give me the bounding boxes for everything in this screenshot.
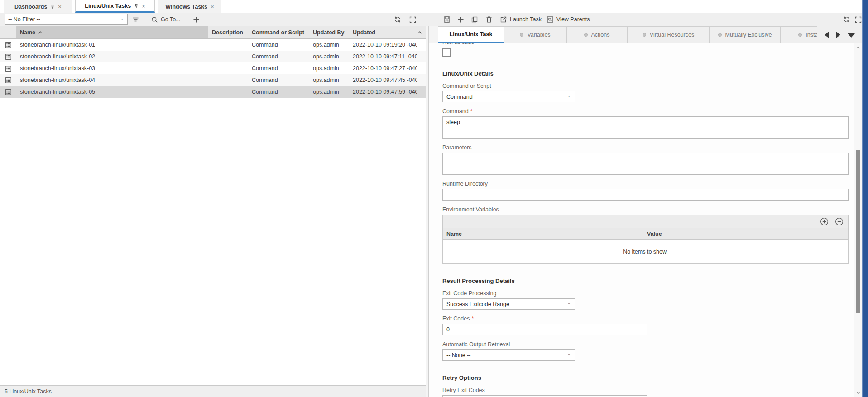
close-icon[interactable] xyxy=(58,4,62,10)
detail-tab-actions[interactable]: Actions xyxy=(566,26,627,43)
task-updated-by: ops.admin xyxy=(309,77,349,83)
scroll-up-icon[interactable] xyxy=(854,43,862,52)
section-result-processing: Result Processing Details xyxy=(442,277,849,284)
task-name: stonebranch-linux/unixtask-02 xyxy=(16,53,208,60)
save-icon xyxy=(443,16,451,23)
task-details-icon xyxy=(5,77,11,83)
plus-icon xyxy=(457,16,464,23)
search-icon xyxy=(151,16,158,23)
task-updated: 2022-10-10 09:47:27 -0400 xyxy=(349,65,417,72)
column-header-command-or-script[interactable]: Command or Script xyxy=(248,26,309,38)
detail-tab-variables[interactable]: Variables xyxy=(504,26,566,43)
task-detail-form: Run as sudo Linux/Unix Details Command o… xyxy=(429,43,854,397)
expand-icon xyxy=(855,16,862,23)
parameters-textarea[interactable] xyxy=(442,153,849,175)
window-tab-linux-unix-tasks[interactable]: Linux/Unix Tasks xyxy=(75,0,155,13)
tab-status-dot xyxy=(798,33,802,37)
chevron-down-icon xyxy=(567,353,571,358)
copy-icon xyxy=(471,16,478,23)
command-label: Command xyxy=(442,108,849,115)
maximize-list-button[interactable] xyxy=(408,15,418,24)
window-tab-label: Windows Tasks xyxy=(165,4,207,10)
task-name: stonebranch-linux/unixtask-04 xyxy=(16,77,208,83)
delete-button[interactable] xyxy=(484,15,494,24)
task-command-or-script: Command xyxy=(248,89,309,95)
exit-code-processing-select[interactable]: Success Exitcode Range xyxy=(442,298,575,310)
table-row[interactable]: stonebranch-linux/unixtask-03 Command op… xyxy=(0,62,426,74)
command-or-script-value: Command xyxy=(446,94,473,100)
tab-scroll-right-icon[interactable] xyxy=(836,32,840,38)
env-table-empty-state: No items to show. xyxy=(443,240,848,263)
environment-variables-label: Environment Variables xyxy=(442,206,849,213)
task-updated: 2022-10-10 09:47:11 -0400 xyxy=(349,53,417,60)
detail-tab-virtual-resources[interactable]: Virtual Resources xyxy=(627,26,710,43)
task-updated: 2022-10-10 09:47:59 -0400 xyxy=(349,89,417,95)
pin-icon[interactable] xyxy=(50,5,55,9)
new-task-button[interactable] xyxy=(191,15,201,24)
launch-task-label: Launch Task xyxy=(510,16,542,23)
command-or-script-select[interactable]: Command xyxy=(442,91,575,102)
add-button[interactable] xyxy=(456,15,466,24)
window-tab-dashboards[interactable]: Dashboards xyxy=(4,0,72,13)
runtime-directory-input[interactable] xyxy=(442,189,849,201)
task-details-icon xyxy=(5,42,11,48)
view-parents-button[interactable]: View Parents xyxy=(545,15,591,24)
run-as-sudo-checkbox[interactable] xyxy=(442,48,451,57)
column-header-description[interactable]: Description xyxy=(208,26,248,38)
copy-button[interactable] xyxy=(469,15,480,24)
exit-codes-input[interactable] xyxy=(442,324,647,335)
refresh-list-button[interactable] xyxy=(392,15,403,24)
view-parents-icon xyxy=(547,16,554,23)
env-column-value[interactable]: Value xyxy=(643,231,662,237)
detail-tab-bar: Linux/Unix Task Variables Actions Virtua… xyxy=(429,26,862,43)
header-icon-column[interactable] xyxy=(0,26,16,38)
task-updated-by: ops.admin xyxy=(309,53,349,60)
sort-ascending-icon xyxy=(38,31,43,34)
detail-scrollbar[interactable] xyxy=(854,43,862,397)
tab-scroll-left-icon[interactable] xyxy=(825,32,829,38)
collapse-header-button[interactable] xyxy=(417,26,426,38)
parameters-label: Parameters xyxy=(442,144,849,151)
table-row[interactable]: stonebranch-linux/unixtask-02 Command op… xyxy=(0,51,426,62)
column-header-updated-by[interactable]: Updated By xyxy=(309,26,349,38)
remove-variable-icon[interactable] xyxy=(835,217,844,226)
scrollbar-thumb[interactable] xyxy=(856,150,860,313)
filter-icon xyxy=(132,16,139,23)
detail-tab-linux-unix-task[interactable]: Linux/Unix Task xyxy=(438,26,504,43)
scroll-down-icon[interactable] xyxy=(854,389,862,397)
chevron-down-icon xyxy=(567,94,571,99)
window-tab-windows-tasks[interactable]: Windows Tasks xyxy=(158,0,221,13)
pin-icon[interactable] xyxy=(134,4,139,8)
window-tab-label: Dashboards xyxy=(14,4,47,10)
close-icon[interactable] xyxy=(142,3,145,9)
refresh-detail-button[interactable] xyxy=(841,15,852,24)
task-rows: stonebranch-linux/unixtask-01 Command op… xyxy=(0,39,426,98)
column-header-name[interactable]: Name xyxy=(16,26,208,38)
task-list-panel: Name Description Command or Script Updat… xyxy=(0,26,426,397)
table-row[interactable]: stonebranch-linux/unixtask-01 Command op… xyxy=(0,39,426,51)
env-column-name[interactable]: Name xyxy=(443,231,643,237)
add-variable-icon[interactable] xyxy=(820,217,829,226)
launch-task-button[interactable]: Launch Task xyxy=(498,15,543,24)
tab-list-dropdown-icon[interactable] xyxy=(848,33,855,38)
run-as-sudo-label: Run as sudo xyxy=(442,43,849,46)
column-header-updated[interactable]: Updated xyxy=(349,26,417,38)
table-row-selected[interactable]: stonebranch-linux/unixtask-05 Command op… xyxy=(0,86,426,98)
save-button[interactable] xyxy=(441,15,452,24)
close-icon[interactable] xyxy=(211,4,214,10)
table-row[interactable]: stonebranch-linux/unixtask-04 Command op… xyxy=(0,74,426,86)
goto-label: Go To... xyxy=(161,16,181,23)
goto-button[interactable]: Go To... xyxy=(149,15,182,24)
view-parents-label: View Parents xyxy=(556,16,590,23)
chevron-up-icon xyxy=(417,31,422,34)
task-name: stonebranch-linux/unixtask-03 xyxy=(16,65,208,72)
retry-exit-codes-input[interactable] xyxy=(442,395,647,397)
detail-tab-mutually-exclusive[interactable]: Mutually Exclusive xyxy=(710,26,780,43)
task-details-icon xyxy=(5,89,11,95)
filter-settings-button[interactable] xyxy=(130,15,141,24)
filter-select[interactable]: -- No Filter -- xyxy=(5,14,128,25)
retry-exit-codes-label: Retry Exit Codes xyxy=(442,387,849,394)
command-textarea[interactable]: sleep xyxy=(442,116,849,139)
environment-variables-table: Name Value No items to show. xyxy=(442,228,849,264)
automatic-output-retrieval-select[interactable]: -- None -- xyxy=(442,349,575,361)
